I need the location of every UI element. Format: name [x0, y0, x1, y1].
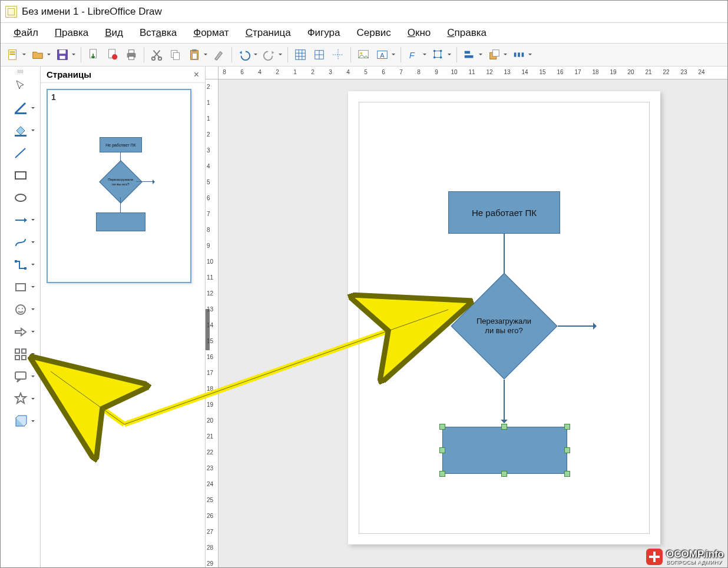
svg-point-26 — [434, 50, 436, 52]
cut-button[interactable] — [148, 46, 166, 64]
flowchart-tool[interactable] — [4, 344, 37, 364]
vruler-scroll-thumb[interactable] — [206, 309, 210, 350]
connector[interactable] — [504, 380, 505, 421]
menu-view[interactable]: Вид — [98, 25, 130, 41]
block-arrows-tool[interactable] — [4, 322, 37, 342]
open-button[interactable] — [29, 46, 47, 64]
drawing-canvas[interactable]: Не работает ПК Перезагружали ли вы его? — [219, 79, 727, 568]
insert-image-button[interactable] — [355, 46, 372, 64]
fontwork-button[interactable]: F — [405, 46, 422, 64]
arrange-button[interactable] — [485, 46, 503, 64]
selection-handle[interactable] — [564, 424, 570, 430]
svg-rect-34 — [514, 52, 517, 57]
flow-decision-text: Перезагружали ли вы его? — [476, 317, 531, 336]
ellipse-tool[interactable] — [4, 188, 37, 208]
menu-help[interactable]: Справка — [440, 25, 494, 41]
selection-handle[interactable] — [564, 471, 570, 477]
selection-handle[interactable] — [439, 447, 445, 453]
svg-rect-19 — [296, 50, 306, 60]
line-tool[interactable] — [4, 143, 37, 163]
window-title: Без имени 1 - LibreOffice Draw — [22, 6, 162, 18]
line-color-tool[interactable] — [4, 98, 37, 118]
watermark-sub: ВОПРОСЫ АДМИНУ — [666, 559, 724, 565]
save-button[interactable] — [54, 46, 71, 64]
align-button[interactable] — [461, 46, 478, 64]
export-button[interactable] — [85, 46, 102, 64]
svg-rect-38 — [15, 135, 27, 137]
grid-button[interactable] — [292, 46, 309, 64]
selection-handle[interactable] — [439, 424, 445, 430]
new-doc-button[interactable] — [4, 46, 22, 64]
app-icon — [5, 6, 17, 18]
connector-tool[interactable] — [4, 255, 37, 275]
svg-rect-30 — [465, 51, 470, 54]
thumb-box2 — [96, 212, 145, 231]
menu-edit[interactable]: Правка — [48, 25, 95, 41]
svg-rect-36 — [522, 52, 524, 57]
svg-point-21 — [360, 52, 363, 54]
star-tool[interactable] — [4, 389, 37, 409]
undo-button[interactable] — [236, 46, 253, 64]
menu-page[interactable]: Страница — [239, 25, 298, 41]
flow-terminal-box[interactable]: Не работает ПК — [448, 191, 560, 234]
svg-point-27 — [440, 50, 442, 52]
horizontal-ruler[interactable]: 8642123456789101112131415161718192021222… — [219, 67, 727, 79]
page-thumbnail[interactable]: 1 Не работает ПК Перезагружали ли вы его… — [47, 89, 191, 283]
snap-grid-button[interactable] — [310, 46, 328, 64]
menu-window[interactable]: Окно — [401, 25, 438, 41]
symbol-shapes-tool[interactable] — [4, 300, 37, 320]
3d-tool[interactable] — [4, 411, 37, 431]
svg-point-8 — [112, 54, 117, 59]
menu-bar: Файл Правка Вид Вставка Формат Страница … — [1, 23, 727, 43]
print-button[interactable] — [123, 46, 140, 64]
svg-rect-45 — [16, 284, 25, 291]
arrow-line-tool[interactable] — [4, 210, 37, 230]
rectangle-tool[interactable] — [4, 165, 37, 185]
callout-tool[interactable] — [4, 367, 37, 387]
toolbar-separator — [287, 47, 288, 62]
menu-file[interactable]: Файл — [6, 25, 45, 41]
svg-rect-43 — [15, 260, 17, 263]
menu-shape[interactable]: Фигура — [300, 25, 348, 41]
distribute-button[interactable] — [510, 46, 528, 64]
fill-color-tool[interactable] — [4, 121, 37, 141]
basic-shapes-tool[interactable] — [4, 277, 37, 297]
title-bar: Без имени 1 - LibreOffice Draw — [1, 1, 727, 23]
arrowhead-right-icon — [593, 323, 600, 330]
redo-button[interactable] — [260, 46, 278, 64]
flow-process-box-selected[interactable] — [442, 427, 567, 474]
svg-rect-49 — [15, 349, 19, 353]
vertical-ruler[interactable]: 2112345678910111213141516171819202122232… — [206, 79, 219, 568]
svg-rect-25 — [435, 51, 441, 58]
transform-button[interactable] — [429, 46, 447, 64]
select-tool[interactable] — [4, 76, 37, 96]
connector[interactable] — [558, 325, 594, 327]
insert-textbox-button[interactable]: A — [373, 46, 391, 64]
curve-tool[interactable] — [4, 232, 37, 253]
flow-box1-text: Не работает ПК — [472, 208, 537, 218]
guides-button[interactable] — [329, 46, 347, 64]
page: Не работает ПК Перезагружали ли вы его? — [348, 91, 660, 544]
svg-rect-1 — [10, 52, 15, 53]
toolbox-grip[interactable] — [7, 70, 34, 74]
selection-handle[interactable] — [564, 447, 570, 453]
close-icon[interactable]: × — [194, 69, 199, 80]
svg-rect-52 — [22, 356, 26, 360]
clone-format-button[interactable] — [210, 46, 228, 64]
menu-format[interactable]: Формат — [186, 25, 236, 41]
toolbar-separator — [401, 47, 401, 62]
menu-tools[interactable]: Сервис — [350, 25, 398, 41]
selection-handle[interactable] — [501, 471, 507, 477]
svg-rect-2 — [10, 54, 15, 55]
paste-button[interactable] — [186, 46, 203, 64]
watermark-brand: OCOMP.info — [666, 549, 724, 559]
watermark: OCOMP.info ВОПРОСЫ АДМИНУ — [646, 549, 724, 565]
export-pdf-button[interactable] — [104, 46, 121, 64]
svg-point-47 — [18, 308, 19, 309]
copy-button[interactable] — [167, 46, 184, 64]
selection-handle[interactable] — [501, 424, 507, 430]
selection-handle[interactable] — [439, 471, 445, 477]
menu-insert[interactable]: Вставка — [133, 25, 184, 41]
toolbar-separator — [456, 47, 457, 62]
ruler-corner — [206, 67, 219, 79]
